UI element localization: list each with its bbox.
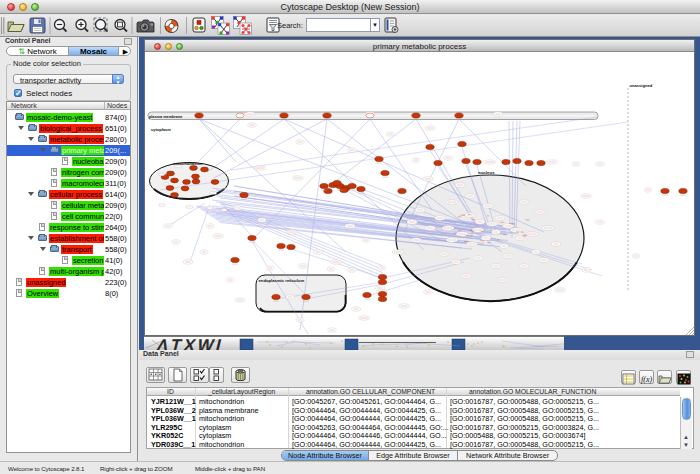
- svg-text:unassigned: unassigned: [630, 83, 653, 88]
- svg-text:nucleus: nucleus: [478, 170, 495, 175]
- svg-text:mitochondrion: mitochondrion: [173, 161, 203, 166]
- svg-text:cytoplasm: cytoplasm: [151, 127, 171, 132]
- svg-text:ΛTΧWΙ: ΛTΧWΙ: [155, 338, 226, 350]
- svg-text:plasma membrane: plasma membrane: [149, 115, 182, 119]
- svg-text:f(x): f(x): [641, 375, 652, 384]
- svg-text:endoplasmic reticulum: endoplasmic reticulum: [259, 278, 305, 283]
